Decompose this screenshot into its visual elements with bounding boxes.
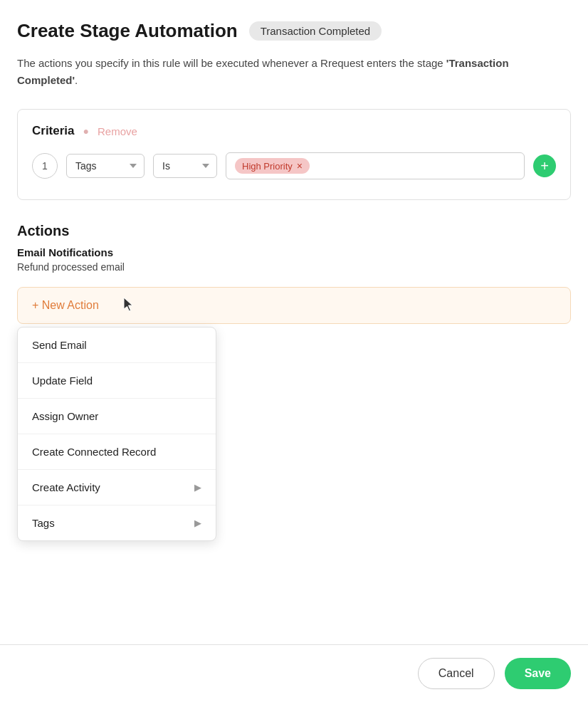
actions-section: Actions Email Notifications Refund proce…	[17, 223, 571, 324]
criteria-header: Criteria ● Remove	[32, 124, 556, 138]
tag-label: High Priority	[242, 161, 293, 172]
dropdown-item-create-connected-record[interactable]: Create Connected Record	[18, 434, 216, 470]
dropdown-menu: Send Email Update Field Assign Owner Cre…	[17, 327, 216, 541]
criteria-section: Criteria ● Remove 1 Tags Status Owner Pr…	[17, 109, 571, 200]
criteria-row: 1 Tags Status Owner Priority Is Is Not C…	[32, 152, 556, 179]
page-title: Create Stage Automation	[17, 20, 238, 42]
save-button[interactable]: Save	[505, 658, 571, 689]
new-action-wrapper: + New Action Send Email Update Field Ass…	[17, 287, 571, 324]
criteria-field-select[interactable]: Tags Status Owner Priority	[66, 154, 145, 178]
dropdown-item-label: Create Activity	[32, 481, 100, 493]
dropdown-item-update-field[interactable]: Update Field	[18, 363, 216, 399]
criteria-condition-select[interactable]: Is Is Not Contains	[153, 154, 217, 178]
tag-remove-icon[interactable]: ×	[297, 160, 303, 172]
description: The actions you specify in this rule wil…	[17, 55, 571, 89]
cancel-button[interactable]: Cancel	[418, 658, 495, 689]
dropdown-item-label: Create Connected Record	[32, 446, 156, 458]
criteria-title: Criteria	[32, 124, 75, 138]
chevron-right-icon: ▶	[194, 518, 201, 528]
footer: Cancel Save	[0, 644, 588, 702]
dropdown-item-assign-owner[interactable]: Assign Owner	[18, 399, 216, 434]
actions-title: Actions	[17, 223, 571, 239]
page-header: Create Stage Automation Transaction Comp…	[17, 20, 571, 42]
description-after: .	[75, 74, 78, 86]
chevron-right-icon: ▶	[194, 482, 201, 493]
dropdown-item-label: Assign Owner	[32, 410, 98, 422]
action-type-label: Email Notifications	[17, 246, 571, 258]
dropdown-item-tags[interactable]: Tags ▶	[18, 505, 216, 540]
dropdown-item-label: Tags	[32, 517, 55, 529]
dropdown-item-create-activity[interactable]: Create Activity ▶	[18, 470, 216, 505]
add-criteria-button[interactable]: +	[533, 154, 556, 177]
dropdown-item-label: Update Field	[32, 374, 93, 387]
criteria-dot: ●	[83, 125, 89, 137]
criteria-remove-link[interactable]: Remove	[98, 125, 137, 137]
dropdown-item-label: Send Email	[32, 339, 87, 351]
criteria-number: 1	[32, 153, 58, 179]
dropdown-item-send-email[interactable]: Send Email	[18, 328, 216, 363]
description-before: The actions you specify in this rule wil…	[17, 57, 446, 69]
new-action-button[interactable]: + New Action	[17, 287, 571, 324]
high-priority-tag: High Priority ×	[235, 158, 310, 174]
criteria-value-box: High Priority ×	[226, 152, 525, 179]
action-item-text: Refund processed email	[17, 261, 571, 273]
cursor-icon	[123, 297, 137, 314]
new-action-label: + New Action	[32, 299, 99, 312]
stage-badge: Transaction Completed	[249, 21, 382, 41]
